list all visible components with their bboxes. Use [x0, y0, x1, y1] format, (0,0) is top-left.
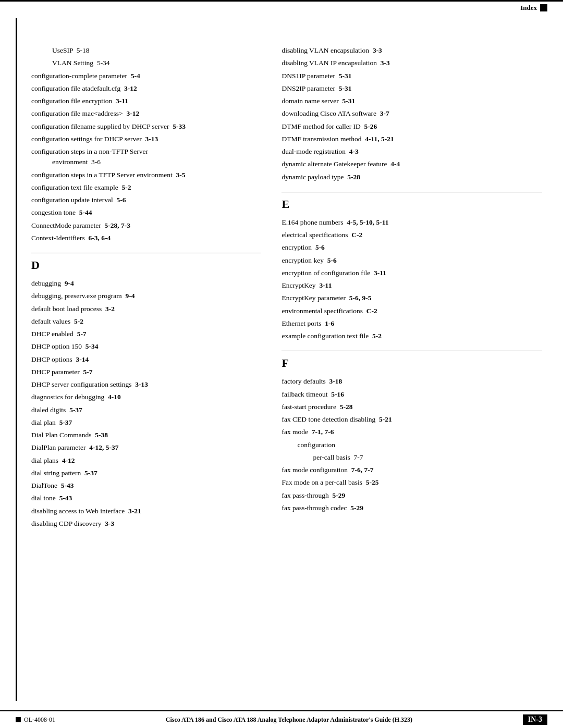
list-item: default boot load process 3-2 — [31, 304, 261, 314]
list-item: configuration file atadefault.cfg 3-12 — [31, 83, 261, 94]
list-item: example configuration text file 5-2 — [282, 331, 542, 341]
list-item: EncryptKey 3-11 — [282, 280, 542, 291]
list-item: encryption 5-6 — [282, 242, 542, 253]
list-item: disabling VLAN encapsulation 3-3 — [282, 45, 542, 56]
bottom-bar: OL-4008-01 Cisco ATA 186 and Cisco ATA 1… — [0, 710, 563, 728]
list-item: environment 3-6 — [52, 157, 261, 167]
bottom-left-square — [16, 717, 21, 722]
section-letter-d: D — [31, 258, 261, 272]
list-item: congestion tone 5-44 — [31, 207, 261, 218]
list-item: configuration text file example 5-2 — [31, 182, 261, 193]
section-divider-d — [31, 253, 261, 253]
list-item: dial tone 5-43 — [31, 493, 261, 503]
section-divider-f — [282, 351, 542, 351]
list-item: downloading Cisco ATA software 3-7 — [282, 108, 542, 119]
list-item: configuration file encryption 3-11 — [31, 96, 261, 106]
list-item: domain name server 5-31 — [282, 96, 542, 106]
list-item: DNS2IP parameter 5-31 — [282, 83, 542, 94]
main-content: UseSIP 5-18 VLAN Setting 5-34 configurat… — [0, 14, 563, 552]
list-item: electrical specifications C-2 — [282, 230, 542, 240]
list-item: disabling VLAN IP encapsulation 3-3 — [282, 58, 542, 68]
list-item: encryption of configuration file 3-11 — [282, 268, 542, 278]
list-item: environmental specifications C-2 — [282, 306, 542, 316]
page-number: IN-3 — [523, 714, 547, 725]
list-item: E.164 phone numbers 4-5, 5-10, 5-11 — [282, 217, 542, 228]
list-item: dynamic alternate Gatekeeper feature 4-4 — [282, 159, 542, 169]
list-item: factory defaults 3-18 — [282, 376, 542, 387]
list-item: debugging 9-4 — [31, 278, 261, 289]
ol-number: OL-4008-01 — [24, 716, 55, 724]
list-item: configuration steps in a TFTP Server env… — [31, 170, 261, 180]
left-column: UseSIP 5-18 VLAN Setting 5-34 configurat… — [31, 45, 276, 531]
left-border — [16, 18, 17, 701]
list-item: DTMF method for caller ID 5-26 — [282, 121, 542, 132]
list-item: diagnostics for debugging 4-10 — [31, 392, 261, 402]
list-item: DialPlan parameter 4-12, 5-37 — [31, 442, 261, 453]
list-item: configuration file mac<address> 3-12 — [31, 108, 261, 119]
right-column: disabling VLAN encapsulation 3-3 disabli… — [276, 45, 542, 531]
footer-center-text: Cisco ATA 186 and Cisco ATA 188 Analog T… — [55, 716, 523, 724]
list-item: failback timeout 5-16 — [282, 389, 542, 400]
list-item: VLAN Setting 5-34 — [52, 58, 261, 68]
section-letter-e: E — [282, 198, 542, 211]
list-item: debugging, preserv.exe program 9-4 — [31, 291, 261, 301]
top-bar-square — [540, 4, 547, 11]
list-item: dynamic payload type 5-28 — [282, 172, 542, 182]
list-item: configuration settings for DHCP server 3… — [31, 134, 261, 144]
list-item: UseSIP 5-18 — [52, 45, 261, 56]
index-label: Index — [520, 4, 537, 12]
list-item: Dial Plan Commands 5-38 — [31, 430, 261, 440]
list-item: Fax mode on a per-call basis 5-25 — [282, 477, 542, 488]
list-item: Context-Identifiers 6-3, 6-4 — [31, 233, 261, 243]
list-item: DNS1IP parameter 5-31 — [282, 71, 542, 81]
list-item: ConnectMode parameter 5-28, 7-3 — [31, 220, 261, 231]
list-item: DHCP parameter 5-7 — [31, 367, 261, 377]
list-item: DHCP server configuration settings 3-13 — [31, 379, 261, 390]
list-item: per-call basis 7-7 — [313, 452, 542, 463]
section-letter-f: F — [282, 356, 542, 370]
list-item: configuration update interval 5-6 — [31, 195, 261, 205]
list-item: configuration-complete parameter 5-4 — [31, 71, 261, 81]
bottom-left: OL-4008-01 — [16, 716, 55, 724]
list-item: EncryptKey parameter 5-6, 9-5 — [282, 293, 542, 303]
section-divider-e — [282, 192, 542, 192]
top-bar: Index — [0, 0, 563, 14]
list-item: DHCP option 150 5-34 — [31, 341, 261, 352]
list-item: fax mode 7-1, 7-6 — [282, 427, 542, 437]
list-item: default values 5-2 — [31, 316, 261, 327]
list-item: DHCP enabled 5-7 — [31, 329, 261, 339]
list-item: dial plans 4-12 — [31, 455, 261, 466]
list-item: fax CED tone detection disabling 5-21 — [282, 414, 542, 425]
list-item: disabling CDP discovery 3-3 — [31, 519, 261, 529]
list-item: DialTone 5-43 — [31, 480, 261, 491]
list-item: disabling access to Web interface 3-21 — [31, 506, 261, 516]
list-item: dual-mode registration 4-3 — [282, 146, 542, 157]
list-item: configuration steps in a non-TFTP Server — [31, 146, 261, 157]
list-item: dialed digits 5-37 — [31, 405, 261, 415]
list-item: DHCP options 3-14 — [31, 354, 261, 365]
list-item: fast-start procedure 5-28 — [282, 402, 542, 412]
list-item: fax mode configuration 7-6, 7-7 — [282, 465, 542, 475]
list-item: fax pass-through codec 5-29 — [282, 503, 542, 513]
list-item: configuration — [297, 440, 542, 450]
list-item: Ethernet ports 1-6 — [282, 318, 542, 329]
list-item: dial plan 5-37 — [31, 417, 261, 428]
list-item: fax pass-through 5-29 — [282, 490, 542, 501]
list-item: encryption key 5-6 — [282, 255, 542, 266]
page: Index UseSIP 5-18 VLAN Setting 5-34 conf… — [0, 0, 563, 728]
list-item: dial string pattern 5-37 — [31, 468, 261, 478]
list-item: configuration filename supplied by DHCP … — [31, 121, 261, 132]
list-item: DTMF transmission method 4-11, 5-21 — [282, 134, 542, 144]
